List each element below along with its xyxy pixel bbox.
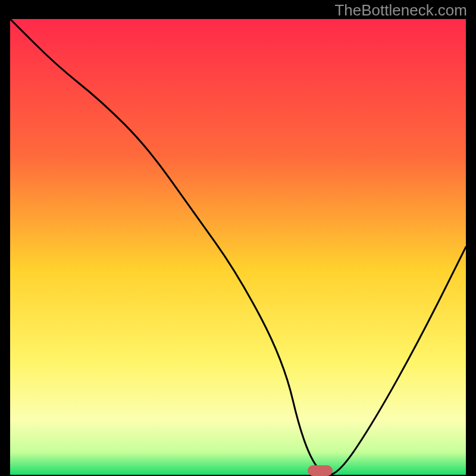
gradient-chart — [10, 19, 466, 475]
gradient-background — [10, 19, 466, 475]
watermark-text: TheBottleneck.com — [334, 1, 467, 20]
optimal-marker — [308, 465, 333, 476]
chart-frame — [9, 18, 467, 476]
